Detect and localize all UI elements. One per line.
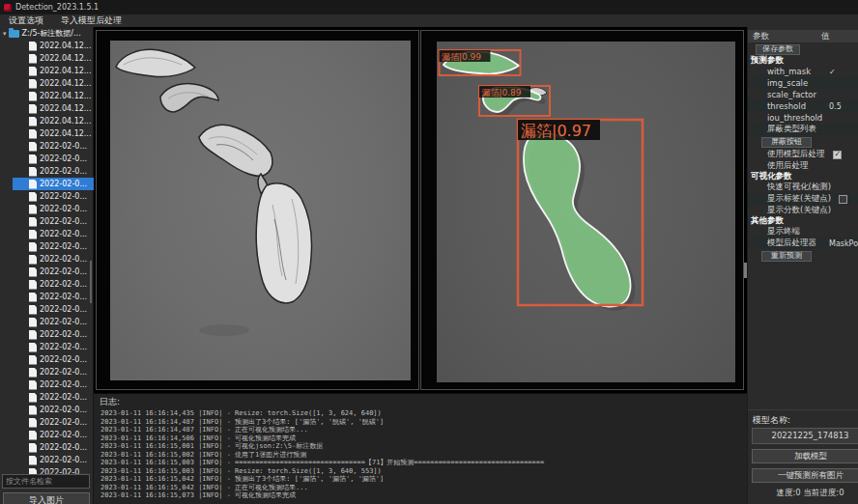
checkbox[interactable] xyxy=(839,195,847,204)
tree-item[interactable]: 2022-02-0... xyxy=(13,253,94,266)
tree-item[interactable]: 2022-02-0... xyxy=(13,341,94,353)
caret-down-icon[interactable]: ▾ xyxy=(3,30,7,38)
tree-item[interactable]: 2022-02-0... xyxy=(13,466,94,474)
tree-item-label: 2022.04.12... xyxy=(40,54,91,63)
prediction-image-viewer[interactable]: 漏箔|0.99 漏箔|0.89 漏箔|0.97 xyxy=(420,30,744,390)
param-row[interactable]: iou_threshold xyxy=(748,112,858,124)
file-icon xyxy=(29,368,37,378)
folder-icon xyxy=(9,30,19,38)
progress-status: 速度:0 当前进度:0 xyxy=(748,488,858,499)
log-line: 2023-01-11 16:16:15,003 |INFO| - Resize:… xyxy=(100,467,747,476)
tree-item-label: 2022-02-0... xyxy=(40,456,87,464)
tree-item[interactable]: 2022-02-0... xyxy=(13,266,94,278)
tree-item[interactable]: 2022.04.12... xyxy=(13,115,94,127)
original-image[interactable] xyxy=(110,41,411,380)
search-input[interactable] xyxy=(2,474,90,489)
detection-label-1: 漏箔|0.99 xyxy=(442,52,481,62)
original-image-viewer[interactable] xyxy=(96,30,419,390)
predict-all-button[interactable]: 一键预测所有图片 xyxy=(752,468,858,483)
param-row[interactable]: 显示标签(关键点) xyxy=(748,193,858,205)
tree-item[interactable]: 2022.04.12... xyxy=(13,90,94,102)
tree-item[interactable]: 2022-02-0... xyxy=(13,153,94,165)
tree-item[interactable]: 2022.04.12... xyxy=(13,77,94,90)
tree-item-label: 2022-02-0... xyxy=(40,280,87,289)
app-window: { "window": { "title": "Detection_2023.1… xyxy=(0,0,858,504)
import-images-button[interactable]: 导入图片 xyxy=(3,492,90,504)
log-panel[interactable]: 日志: 2023-01-11 16:16:14,435 |INFO| - Res… xyxy=(94,393,747,504)
tree-item[interactable]: 2022-02-0... xyxy=(13,291,94,303)
tree-item[interactable]: 2022-02-0... xyxy=(13,378,94,391)
tree-item[interactable]: 2022.04.12... xyxy=(13,102,94,115)
tree-item[interactable]: 2022-02-0... xyxy=(13,303,94,316)
tree-scrollbar[interactable] xyxy=(90,261,92,303)
tree-item[interactable]: 2022-02-0... xyxy=(13,215,94,228)
tree-item[interactable]: 2022-02-0... xyxy=(13,404,94,416)
tree-item[interactable]: 2022-02-0... xyxy=(13,441,94,454)
file-icon xyxy=(29,456,37,465)
tree-item[interactable]: 2022.04.12... xyxy=(13,52,94,65)
log-line: 2023-01-11 16:16:15,042 |INFO| - 预测出了3个结… xyxy=(100,475,747,484)
tree-item-label: 2022.04.12... xyxy=(40,42,91,50)
param-button-row: 重新预测 xyxy=(748,249,858,263)
tree-item[interactable]: 2022-02-0... xyxy=(13,353,94,366)
tree-item[interactable]: 2022-02-0... xyxy=(13,178,94,190)
tree-item-label: 2022-02-0... xyxy=(40,343,87,351)
param-section-label: 可视化参数 xyxy=(748,172,858,182)
tree-item[interactable]: 2022.04.12... xyxy=(13,40,94,52)
tree-item[interactable]: 2022-02-0... xyxy=(13,316,94,328)
param-button[interactable]: 保存参数 xyxy=(756,44,800,55)
param-row[interactable]: threshold0.5 xyxy=(748,100,858,112)
tree-item[interactable]: 2022-02-0... xyxy=(13,416,94,429)
tree-item[interactable]: 2022-02-0... xyxy=(13,228,94,240)
param-row[interactable]: img_scale xyxy=(748,77,858,89)
checkbox[interactable] xyxy=(833,151,842,159)
menu-item-settings[interactable]: 设置选项 xyxy=(0,14,52,27)
param-row[interactable]: 模型后处理器MaskPostProc xyxy=(748,238,858,249)
param-name: 快速可视化(检测) xyxy=(748,182,831,193)
file-tree-items[interactable]: 2022.04.12...2022.04.12...2022.04.12...2… xyxy=(0,40,94,474)
tree-item-label: 2022-02-0... xyxy=(40,242,87,251)
tree-item[interactable]: 2022-02-0... xyxy=(13,165,94,178)
file-icon xyxy=(29,92,37,101)
param-row[interactable]: 使用模型后处理 xyxy=(748,149,858,160)
tree-item[interactable]: 2022-02-0... xyxy=(13,190,94,203)
tree-item[interactable]: 2022-02-0... xyxy=(13,140,94,153)
param-row[interactable]: 显示终端 xyxy=(748,226,858,238)
tree-item-label: 2022.04.12... xyxy=(40,104,91,113)
tree-item[interactable]: 2022-02-0... xyxy=(13,454,94,466)
tree-item-label: 2022-02-0... xyxy=(40,230,87,238)
file-icon xyxy=(29,418,37,428)
tree-item-label: 2022-02-0... xyxy=(40,380,87,389)
param-row[interactable]: 快速可视化(检测) xyxy=(748,182,858,193)
log-line: 2023-01-11 16:16:14,487 |INFO| - 预测出了3个结… xyxy=(100,418,747,427)
param-row[interactable]: scale_factor xyxy=(748,89,858,100)
tree-item-label: 2022-02-0... xyxy=(40,205,87,213)
load-model-button[interactable]: 加载模型 xyxy=(752,449,858,463)
menu-item-import-postprocess[interactable]: 导入模型后处理 xyxy=(52,14,130,27)
tree-item-label: 2022-02-0... xyxy=(40,192,87,201)
file-icon xyxy=(29,255,37,265)
param-row[interactable]: 屏蔽类型列表 xyxy=(748,124,858,135)
param-button[interactable]: 重新预测 xyxy=(761,251,812,262)
tree-root[interactable]: ▾ Z:/5-标注数据/... xyxy=(0,27,93,40)
tree-item[interactable]: 2022-02-0... xyxy=(13,203,94,215)
tree-item-label: 2022-02-0... xyxy=(40,406,87,414)
param-button[interactable]: 屏蔽按钮 xyxy=(761,137,812,148)
prediction-image[interactable]: 漏箔|0.99 漏箔|0.89 漏箔|0.97 xyxy=(437,42,735,382)
param-name: 显示标签(关键点) xyxy=(748,193,831,205)
tree-item[interactable]: 2022-02-0... xyxy=(13,391,94,404)
file-icon xyxy=(29,443,37,453)
model-name-field[interactable]: 20221225_174813 xyxy=(752,428,858,444)
tree-item[interactable]: 2022.04.12... xyxy=(13,127,94,140)
tree-item[interactable]: 2022-02-0... xyxy=(13,240,94,253)
prediction-overlay: 漏箔|0.99 漏箔|0.89 漏箔|0.97 xyxy=(437,42,735,382)
param-row[interactable]: with_mask✓ xyxy=(748,66,858,77)
tree-item[interactable]: 2022-02-0... xyxy=(13,328,94,341)
original-image-content xyxy=(110,41,411,380)
tree-item-label: 2022-02-0... xyxy=(40,393,87,402)
tree-item-label: 2022-02-0... xyxy=(40,180,87,188)
tree-item[interactable]: 2022.04.12... xyxy=(13,65,94,77)
tree-item[interactable]: 2022-02-0... xyxy=(13,278,94,291)
tree-item[interactable]: 2022-02-0... xyxy=(13,366,94,378)
tree-item[interactable]: 2022-02-0... xyxy=(13,429,94,441)
